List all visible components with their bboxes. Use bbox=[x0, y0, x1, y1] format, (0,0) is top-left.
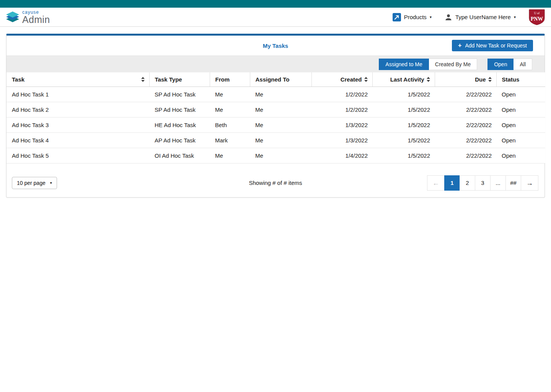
cell-due: 2/22/2022 bbox=[435, 148, 496, 163]
cell-from: Me bbox=[210, 148, 250, 163]
table-row[interactable]: Ad Hoc Task 4 AP Ad Hoc Task Mark Me 1/3… bbox=[7, 132, 545, 148]
cell-task-type: HE Ad Hoc Task bbox=[149, 117, 210, 132]
cell-last-activity: 1/5/2022 bbox=[372, 148, 435, 163]
column-header-status[interactable]: Status bbox=[496, 72, 545, 87]
ownership-filter-group: Assigned to Me Created By Me bbox=[379, 59, 477, 70]
products-icon bbox=[393, 13, 401, 21]
cell-status: Open bbox=[496, 117, 545, 132]
chevron-down-icon: ▾ bbox=[514, 15, 516, 19]
cell-from: Me bbox=[210, 87, 250, 102]
pagination: ← 1 2 3 ... ## → bbox=[427, 175, 538, 191]
cell-task-type: SP Ad Hoc Task bbox=[149, 102, 210, 117]
column-label: Created bbox=[341, 76, 362, 83]
cell-last-activity: 1/5/2022 bbox=[372, 102, 435, 117]
column-label: Last Activity bbox=[390, 76, 424, 83]
page-button-last[interactable]: ## bbox=[505, 175, 521, 191]
table-header-row: Task Task Type From Assigned To bbox=[7, 72, 545, 87]
logo-text: cayuse Admin bbox=[22, 10, 50, 24]
user-menu[interactable]: Type UserName Here ▾ bbox=[445, 13, 516, 21]
user-menu-label: Type UserName Here bbox=[455, 14, 511, 20]
main-content: My Tasks + Add New Task or Request Assig… bbox=[0, 27, 551, 198]
cell-due: 2/22/2022 bbox=[435, 102, 496, 117]
cell-task[interactable]: Ad Hoc Task 3 bbox=[7, 117, 149, 132]
cell-due: 2/22/2022 bbox=[435, 87, 496, 102]
products-menu[interactable]: Products ▾ bbox=[393, 13, 432, 21]
cell-from: Me bbox=[210, 102, 250, 117]
page-ellipsis[interactable]: ... bbox=[490, 175, 506, 191]
brand-name: cayuse bbox=[22, 10, 50, 15]
per-page-select[interactable]: 10 per page ▾ bbox=[12, 177, 57, 189]
cell-last-activity: 1/5/2022 bbox=[372, 87, 435, 102]
cell-task-type: SP Ad Hoc Task bbox=[149, 87, 210, 102]
page-button-3[interactable]: 3 bbox=[475, 175, 491, 191]
filter-all[interactable]: All bbox=[514, 59, 532, 70]
cell-due: 2/22/2022 bbox=[435, 132, 496, 148]
add-task-button[interactable]: + Add New Task or Request bbox=[452, 40, 533, 51]
column-label: Assigned To bbox=[256, 76, 290, 83]
cell-created: 1/3/2022 bbox=[311, 132, 372, 148]
org-logo: U of PNW bbox=[529, 9, 545, 25]
next-page-button[interactable]: → bbox=[521, 175, 538, 191]
sort-icon bbox=[427, 77, 430, 82]
column-label: Task bbox=[12, 76, 24, 83]
prev-page-button[interactable]: ← bbox=[427, 175, 445, 191]
cell-assigned-to: Me bbox=[250, 87, 311, 102]
page-button-1[interactable]: 1 bbox=[444, 175, 460, 191]
column-header-assigned-to[interactable]: Assigned To bbox=[250, 72, 311, 87]
per-page-label: 10 per page bbox=[17, 180, 46, 186]
cell-task-type: AP Ad Hoc Task bbox=[149, 132, 210, 148]
arrow-left-icon: ← bbox=[432, 180, 439, 186]
column-header-task[interactable]: Task bbox=[7, 72, 149, 87]
cayuse-logo[interactable]: cayuse Admin bbox=[6, 10, 50, 24]
column-header-task-type[interactable]: Task Type bbox=[149, 72, 210, 87]
cell-task[interactable]: Ad Hoc Task 5 bbox=[7, 148, 149, 163]
cell-from: Beth bbox=[210, 117, 250, 132]
cell-created: 1/4/2022 bbox=[311, 148, 372, 163]
cell-from: Mark bbox=[210, 132, 250, 148]
arrow-right-icon: → bbox=[526, 180, 533, 186]
cell-task-type: OI Ad Hoc Task bbox=[149, 148, 210, 163]
cell-task[interactable]: Ad Hoc Task 4 bbox=[7, 132, 149, 148]
cayuse-logo-icon bbox=[6, 11, 19, 23]
product-name: Admin bbox=[22, 15, 50, 24]
column-header-last-activity[interactable]: Last Activity bbox=[372, 72, 435, 87]
add-task-button-label: Add New Task or Request bbox=[465, 42, 527, 49]
my-tasks-title[interactable]: My Tasks bbox=[263, 42, 288, 49]
filter-assigned-to-me[interactable]: Assigned to Me bbox=[379, 59, 429, 70]
app-header: cayuse Admin Products ▾ Type UserName He… bbox=[0, 8, 551, 27]
cell-due: 2/22/2022 bbox=[435, 117, 496, 132]
plus-icon: + bbox=[458, 42, 461, 49]
cell-status: Open bbox=[496, 132, 545, 148]
panel-header: My Tasks + Add New Task or Request bbox=[7, 36, 544, 56]
page-button-2[interactable]: 2 bbox=[460, 175, 475, 191]
cell-assigned-to: Me bbox=[250, 148, 311, 163]
column-header-created[interactable]: Created bbox=[311, 72, 372, 87]
org-logo-line2: PNW bbox=[531, 16, 543, 22]
column-label: Status bbox=[502, 76, 520, 83]
column-label: Task Type bbox=[155, 76, 182, 83]
cell-assigned-to: Me bbox=[250, 102, 311, 117]
cell-task[interactable]: Ad Hoc Task 2 bbox=[7, 102, 149, 117]
column-header-from[interactable]: From bbox=[210, 72, 250, 87]
table-row[interactable]: Ad Hoc Task 1 SP Ad Hoc Task Me Me 1/2/2… bbox=[7, 87, 545, 102]
sort-icon bbox=[488, 77, 492, 82]
cell-created: 1/2/2022 bbox=[311, 87, 372, 102]
cell-created: 1/2/2022 bbox=[311, 102, 372, 117]
table-row[interactable]: Ad Hoc Task 3 HE Ad Hoc Task Beth Me 1/3… bbox=[7, 117, 545, 132]
org-shield-icon: U of PNW bbox=[529, 9, 545, 25]
cell-task[interactable]: Ad Hoc Task 1 bbox=[7, 87, 149, 102]
table-row[interactable]: Ad Hoc Task 5 OI Ad Hoc Task Me Me 1/4/2… bbox=[7, 148, 545, 163]
filter-open[interactable]: Open bbox=[487, 59, 514, 70]
showing-count: Showing # of # items bbox=[249, 180, 302, 186]
filter-created-by-me[interactable]: Created By Me bbox=[429, 59, 477, 70]
tasks-table: Task Task Type From Assigned To bbox=[7, 72, 545, 163]
products-menu-label: Products bbox=[404, 14, 427, 20]
column-header-due[interactable]: Due bbox=[435, 72, 496, 87]
filter-toolbar: Assigned to Me Created By Me Open All bbox=[7, 56, 544, 72]
cell-created: 1/3/2022 bbox=[311, 117, 372, 132]
cell-assigned-to: Me bbox=[250, 132, 311, 148]
column-label: Due bbox=[475, 76, 486, 83]
table-row[interactable]: Ad Hoc Task 2 SP Ad Hoc Task Me Me 1/2/2… bbox=[7, 102, 545, 117]
column-label: From bbox=[215, 76, 230, 83]
cell-status: Open bbox=[496, 87, 545, 102]
